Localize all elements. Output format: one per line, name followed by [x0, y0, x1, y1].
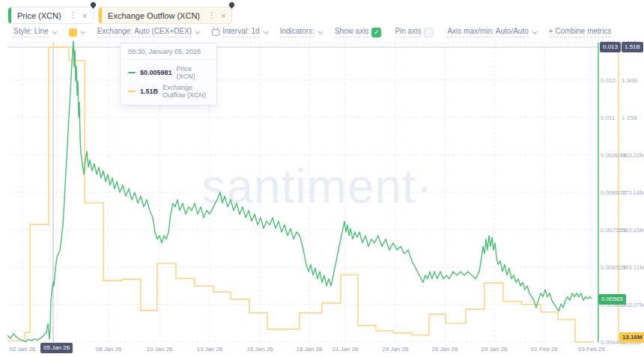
- outflow-axis-tick: 393.11M: [622, 264, 644, 271]
- tab-color-bar: [8, 7, 11, 23]
- combine-metrics-button[interactable]: + Combine metrics: [549, 27, 612, 37]
- date-axis-tick: 24 Jan 26: [382, 346, 408, 353]
- date-axis-tick: 03 Feb 26: [578, 346, 605, 353]
- date-axis-tick: 21 Jan 26: [332, 346, 358, 353]
- style-dropdown[interactable]: Style: Line: [13, 27, 55, 37]
- date-axis-tick: 13 Jan 26: [196, 346, 222, 353]
- chevron-down-icon: [52, 28, 57, 34]
- color-swatch: [69, 28, 77, 37]
- chart-tooltip: 09:30, January 05, 2026 $0.005981 Price …: [120, 43, 217, 106]
- tab-close-icon[interactable]: ×: [82, 11, 87, 20]
- price-axis-tick: 0.011: [601, 115, 615, 121]
- chart-area[interactable]: santiment· 0.0130.0120.0110.0096430.0086…: [0, 0, 644, 357]
- date-axis-tick: 10 Jan 26: [146, 346, 172, 353]
- chevron-down-icon: [263, 28, 268, 34]
- chart-toolbar: Style: Line Exchange: Auto (CEX+DEX) Int…: [13, 27, 611, 37]
- calendar-icon: [212, 29, 219, 36]
- tab-close-icon[interactable]: ×: [221, 11, 225, 20]
- tooltip-row-outflow: 1.51B Exchange Outflow (XCN): [128, 84, 209, 99]
- chevron-down-icon: [80, 28, 85, 34]
- metric-tabs: Price (XCN) ⋮ × Exchange Outflow (XCN) ⋮…: [7, 7, 232, 24]
- tab-label: Price (XCN): [17, 11, 61, 20]
- tab-color-bar: [99, 7, 102, 23]
- tab-menu-icon[interactable]: ⋮: [207, 10, 216, 20]
- crosshair-outflow-badge: 1.51B: [622, 42, 643, 52]
- tab-exchange-outflow-xcn[interactable]: Exchange Outflow (XCN) ⋮ ×: [98, 7, 232, 24]
- show-axis-toggle[interactable]: Show axis ✓: [335, 27, 382, 37]
- tab-menu-icon[interactable]: ⋮: [69, 10, 77, 20]
- crosshair-price-badge: 0.013: [600, 42, 621, 52]
- outflow-axis-tick: 1.34B: [622, 77, 637, 84]
- price-axis-tick: 0.012: [601, 77, 616, 84]
- date-axis-tick: 18 Jan 26: [296, 346, 322, 353]
- tooltip-row-price: $0.005981 Price (XCN): [128, 65, 209, 80]
- date-axis-tick: 29 Jan 26: [481, 346, 507, 353]
- chevron-down-icon: [195, 28, 201, 34]
- tab-label: Exchange Outflow (XCN): [108, 11, 200, 20]
- indicators-dropdown[interactable]: Indicators:: [280, 27, 321, 37]
- chevron-down-icon: [532, 28, 537, 34]
- price-series-dash-icon: [128, 72, 136, 73]
- pin-axis-toggle[interactable]: Pin axis: [395, 27, 434, 37]
- date-axis-tick: 16 Jan 26: [246, 346, 273, 353]
- chart-canvas[interactable]: [0, 41, 644, 357]
- interval-dropdown[interactable]: Interval: 1d: [212, 27, 266, 37]
- outflow-last-value-badge: 13.16M: [619, 332, 644, 343]
- crosshair-date-badge: 05 Jan 26: [40, 343, 73, 353]
- pin-axis-checkbox[interactable]: [424, 28, 434, 37]
- date-axis-tick: 01 Feb 26: [531, 346, 558, 353]
- outflow-axis-tick: 583.15M: [622, 227, 644, 234]
- outflow-axis-tick: 963.22M: [622, 152, 644, 159]
- price-last-value-badge: 0.00565: [598, 294, 626, 305]
- chevron-down-icon: [318, 28, 323, 34]
- santiment-chart-app: Price (XCN) ⋮ × Exchange Outflow (XCN) ⋮…: [0, 0, 644, 357]
- color-swatch-dropdown[interactable]: [69, 28, 84, 37]
- show-axis-checkbox[interactable]: ✓: [371, 28, 381, 37]
- exchange-dropdown[interactable]: Exchange: Auto (CEX+DEX): [97, 27, 198, 37]
- tab-price-xcn[interactable]: Price (XCN) ⋮ ×: [7, 7, 94, 24]
- outflow-axis-tick: 773.18M: [622, 189, 644, 196]
- tooltip-timestamp: 09:30, January 05, 2026: [121, 43, 216, 60]
- date-axis-tick: 26 Jan 26: [431, 346, 458, 353]
- date-axis-tick: 08 Jan 26: [95, 346, 121, 353]
- outflow-series-dash-icon: [128, 91, 136, 92]
- axis-maxmin-dropdown[interactable]: Axis max/min: Auto/Auto: [447, 27, 535, 37]
- outflow-axis-tick: 1.15B: [622, 115, 637, 121]
- date-axis-tick: 02 Jan 26: [9, 346, 35, 353]
